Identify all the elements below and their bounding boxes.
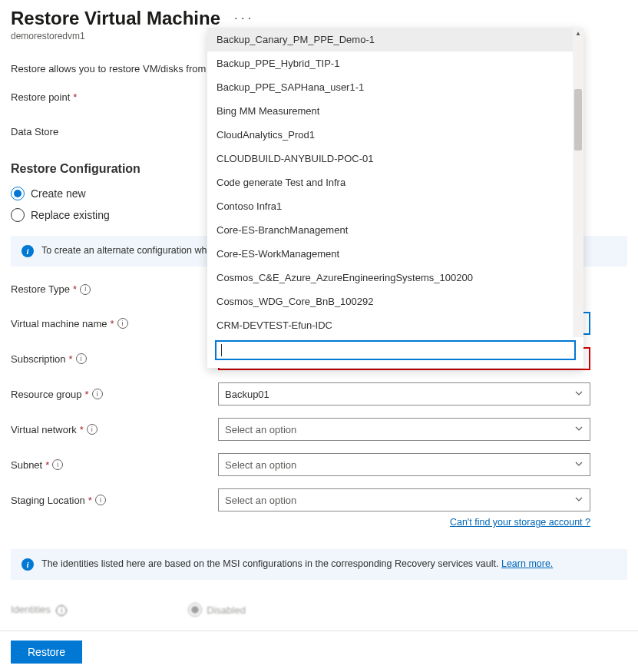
info-icon[interactable]: i — [80, 284, 91, 295]
storage-account-link[interactable]: Can't find your storage account ? — [450, 517, 590, 528]
radio-icon — [11, 187, 25, 200]
staging-location-label: Staging Location* i — [11, 495, 218, 506]
info-icon[interactable]: i — [76, 353, 87, 364]
info-icon[interactable]: i — [92, 389, 103, 399]
info-icon: i — [21, 558, 34, 571]
flyout-item[interactable]: Core-ES-WorkManagement — [207, 242, 583, 266]
flyout-item[interactable]: Cosmos_WDG_Core_BnB_100292 — [207, 290, 583, 313]
staging-location-dropdown[interactable]: Select an option — [218, 488, 590, 511]
flyout-item[interactable]: Code generate Test and Infra — [207, 170, 583, 194]
flyout-item[interactable]: CloudAnalytics_Prod1 — [207, 123, 583, 147]
more-icon[interactable]: · · · — [234, 12, 251, 25]
chevron-down-icon — [574, 389, 583, 400]
flyout-item[interactable]: Backup_PPE_SAPHana_user1-1 — [207, 75, 583, 99]
flyout-item[interactable]: CRM-DEVTEST-Efun-IDC — [207, 313, 583, 337]
flyout-item[interactable]: Bing MM Measurement — [207, 99, 583, 123]
chevron-down-icon — [574, 424, 583, 435]
restore-button[interactable]: Restore — [11, 641, 82, 664]
resource-group-label: Resource group* i — [11, 389, 218, 400]
subnet-label: Subnet* i — [11, 459, 218, 471]
info-icon: i — [21, 245, 34, 257]
flyout-item[interactable]: Backup_PPE_Hybrid_TIP-1 — [207, 51, 583, 75]
info-icon[interactable]: i — [117, 318, 128, 329]
flyout-item[interactable]: CLOUDBUILD-ANYBUILD-POC-01 — [207, 147, 583, 170]
identities-callout: i The identities listed here are based o… — [11, 549, 627, 580]
virtual-network-label: Virtual network* i — [11, 424, 218, 435]
identities-row: Identities i Disabled — [11, 603, 627, 617]
subnet-dropdown[interactable]: Select an option — [218, 453, 590, 476]
resource-group-dropdown[interactable]: Backup01 — [218, 382, 590, 406]
restore-type-label: Restore Type* i — [11, 283, 218, 295]
data-store-label: Data Store — [11, 126, 218, 137]
flyout-item[interactable]: Backup_Canary_PM_PPE_Demo-1 — [207, 28, 583, 51]
radio-icon — [188, 603, 202, 617]
flyout-item[interactable]: Core-ES-BranchManagement — [207, 218, 583, 242]
restore-point-label: Restore point* — [11, 91, 218, 103]
info-icon[interactable]: i — [95, 495, 106, 505]
chevron-down-icon — [574, 495, 583, 506]
info-icon[interactable]: i — [52, 459, 63, 470]
flyout-item[interactable]: Contoso Infra1 — [207, 194, 583, 218]
scroll-up-icon: ▲ — [573, 28, 583, 38]
flyout-search-input[interactable] — [215, 340, 576, 360]
page-title: Restore Virtual Machine — [11, 8, 220, 29]
subscription-label: Subscription* i — [11, 353, 218, 365]
learn-more-link[interactable]: Learn more. — [501, 558, 553, 569]
vm-name-label: Virtual machine name* i — [11, 318, 218, 329]
virtual-network-dropdown[interactable]: Select an option — [218, 418, 590, 441]
chevron-down-icon — [574, 459, 583, 471]
subscription-flyout: Backup_Canary_PM_PPE_Demo-1Backup_PPE_Hy… — [207, 28, 583, 368]
info-icon: i — [56, 605, 67, 616]
scroll-thumb — [574, 89, 582, 151]
scrollbar[interactable]: ▲ — [573, 28, 583, 337]
radio-icon — [11, 208, 25, 222]
flyout-item[interactable]: Cosmos_C&E_Azure_AzureEngineeringSystems… — [207, 266, 583, 290]
info-icon[interactable]: i — [87, 424, 98, 435]
